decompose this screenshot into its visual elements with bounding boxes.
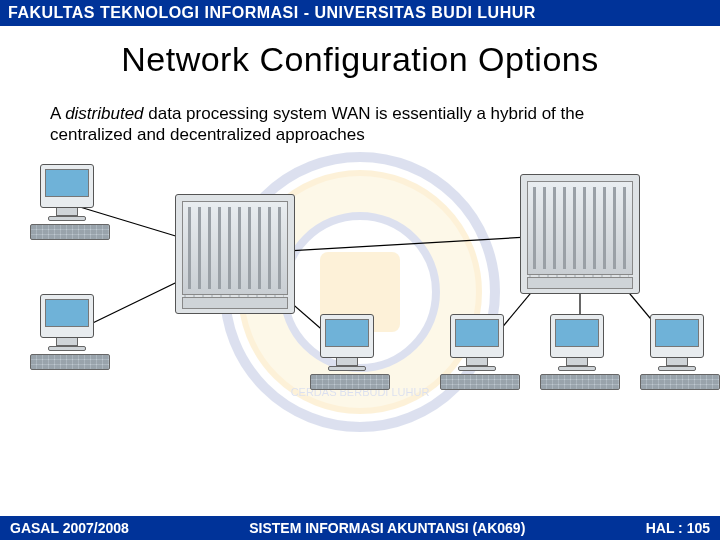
computer-icon <box>440 314 520 392</box>
body-before: A <box>50 104 65 123</box>
body-lead-word: distributed <box>65 104 143 123</box>
footer-left: GASAL 2007/2008 <box>10 520 129 536</box>
computer-icon <box>30 164 110 242</box>
header-bar: FAKULTAS TEKNOLOGI INFORMASI - UNIVERSIT… <box>0 0 720 26</box>
computer-icon <box>540 314 620 392</box>
footer-right: HAL : 105 <box>646 520 710 536</box>
network-diagram <box>0 154 720 444</box>
computer-icon <box>310 314 390 392</box>
body-text: A distributed data processing system WAN… <box>50 103 670 146</box>
computer-icon <box>640 314 720 392</box>
computer-icon <box>30 294 110 372</box>
footer-bar: GASAL 2007/2008 SISTEM INFORMASI AKUNTAN… <box>0 516 720 540</box>
server-icon <box>520 174 640 294</box>
slide-title: Network Configuration Options <box>0 40 720 79</box>
header-text: FAKULTAS TEKNOLOGI INFORMASI - UNIVERSIT… <box>8 4 536 21</box>
footer-center: SISTEM INFORMASI AKUNTANSI (AK069) <box>249 520 525 536</box>
server-icon <box>175 194 295 314</box>
